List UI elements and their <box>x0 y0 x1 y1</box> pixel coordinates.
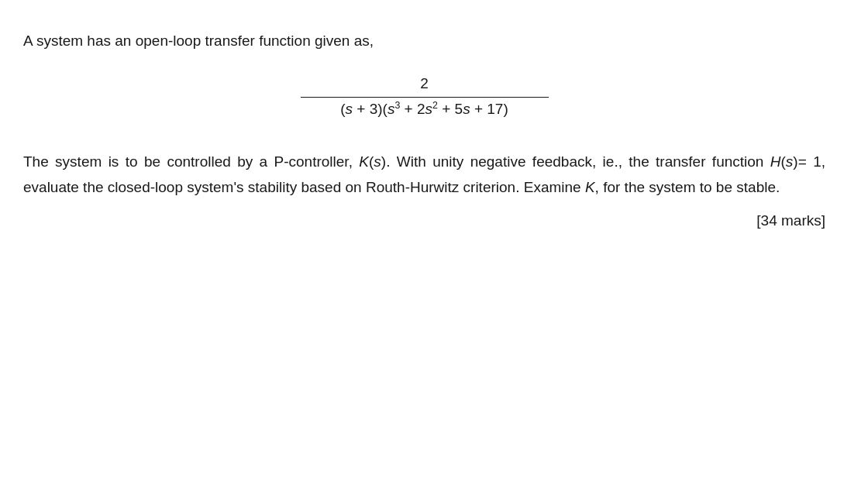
page-container: A system has an open-loop transfer funct… <box>0 0 868 499</box>
fraction-numerator: 2 <box>420 75 429 95</box>
marks-text: [34 marks] <box>23 212 825 229</box>
transfer-function-fraction: 2 (s + 3)(s3 + 2s2 + 5s + 17) <box>301 75 549 118</box>
body-paragraph: The system is to be controlled by a P-co… <box>23 149 825 201</box>
fraction-denominator: (s + 3)(s3 + 2s2 + 5s + 17) <box>340 98 508 118</box>
intro-text: A system has an open-loop transfer funct… <box>23 31 825 52</box>
